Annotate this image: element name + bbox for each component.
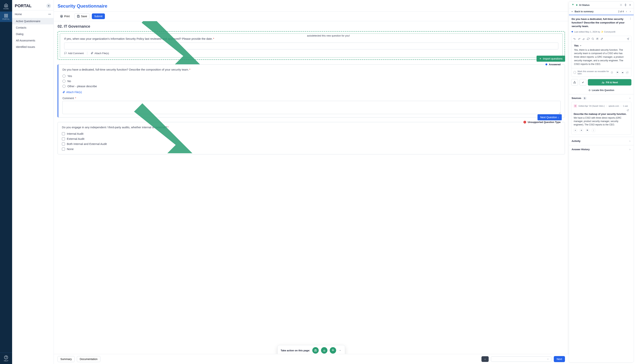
page-select[interactable] [491,356,551,362]
add-comment-button[interactable]: Add Comment [64,52,84,55]
content-scroll[interactable]: 02. IT Governance autodetected this new … [54,21,569,364]
share-icon[interactable] [627,38,629,40]
chevron-left-icon[interactable] [625,10,627,13]
submit-button[interactable]: Submit [92,14,105,19]
save-button[interactable]: Save [75,14,90,19]
users-icon[interactable] [596,38,599,40]
chevron-down-icon [629,97,631,99]
svg-rect-0 [5,14,6,15]
pill-ai-button[interactable] [330,347,336,354]
thumbs-up-button[interactable] [621,70,624,74]
checkbox-none[interactable]: None [62,146,560,152]
pin-icon [48,5,50,7]
bottom-bar: Summary Documentation ‹ Next [54,354,569,364]
locate-question-button[interactable]: Locate this Question [569,88,634,94]
ai-sparkle-icon [571,3,575,6]
move-icon[interactable] [624,4,627,6]
next-question-button[interactable]: Next Question ↓ [537,114,562,120]
print-button[interactable]: Print [58,14,72,19]
radio-option-no[interactable]: No [63,78,560,84]
source-thumbs-down-button[interactable] [586,129,589,132]
checkbox-internal-audit[interactable]: Internal Audit [62,131,560,136]
close-icon[interactable] [629,4,631,6]
comment-textarea[interactable] [63,101,560,114]
undo-icon[interactable] [573,38,576,40]
reusable-checkbox[interactable] [574,71,576,74]
help-icon [4,355,8,360]
rail-home-label: HOME [4,8,9,10]
radio-option-other[interactable]: Other - please describe [63,84,560,89]
svg-point-14 [630,18,631,19]
sidenav-title: PORTAL [15,4,32,8]
sources-section-header[interactable]: Sources 1 [569,94,634,102]
next-button[interactable]: Next [554,356,565,362]
thumbs-down-button[interactable] [616,70,619,74]
left-rail: HOME PORTAL HELP [0,0,12,364]
sidenav-item-contacts[interactable]: Contacts [12,24,54,31]
chevron-right-icon[interactable] [629,10,631,13]
approve-button[interactable] [579,79,586,86]
checkbox-both-audit[interactable]: Both Internal and External Audit [62,141,560,146]
meta-dot-icon [571,31,573,32]
rail-portal[interactable]: PORTAL [0,12,12,22]
status-dot-icon [576,4,577,6]
attach-files-link[interactable]: Attach File(s) [63,90,82,94]
source-add-button[interactable] [574,129,577,132]
camera-icon [314,349,317,352]
minimize-icon[interactable] [620,4,622,6]
page-title: Security Questionnaire [58,4,565,9]
rail-help[interactable]: HELP [0,353,12,364]
summary-button[interactable]: Summary [58,356,75,362]
erase-icon[interactable] [582,38,585,40]
history-icon [574,104,577,108]
collapse-icon [48,14,51,14]
help-tooltip-icon[interactable]: ? [611,71,613,74]
redo-icon[interactable] [578,38,580,40]
wand-icon[interactable] [600,38,603,40]
sidenav-item-active-questionnaire[interactable]: Active Questionnaire [12,18,54,24]
checkbox-icon [62,137,65,140]
pill-camera-button[interactable] [312,347,319,354]
take-action-label: Take action on this page: [281,349,310,352]
answer-input[interactable] [64,42,558,50]
sidenav-item-identified-issues[interactable]: Identified Issues [12,44,54,50]
pin-button[interactable] [46,4,51,8]
back-to-summary-button[interactable]: Back to summary [571,10,593,13]
comment-label: Comment * [63,97,560,100]
sidenav-section-home[interactable]: Home [12,10,54,18]
sidenav-item-all-assessments[interactable]: All Assessments [12,37,54,44]
documentation-button[interactable]: Documentation [77,356,100,362]
pill-fill-button[interactable] [321,347,328,354]
svg-rect-11 [314,350,317,352]
answer-history-section[interactable]: Answer History [569,145,634,154]
more-menu-button[interactable] [629,18,632,21]
attach-files-button[interactable]: Attach File(s) [91,52,109,55]
prev-page-button[interactable]: ‹ [481,356,489,362]
source-more-button[interactable] [592,129,595,132]
pill-dropdown[interactable] [339,349,342,352]
external-link-icon[interactable] [627,109,629,111]
ai-status-label: AI Status [579,4,589,6]
side-nav: PORTAL Home Active Questionnaire Contact… [12,0,54,364]
answered-badge: Answered [544,63,562,66]
regenerate-button[interactable] [625,70,629,74]
activity-section[interactable]: Activity [569,137,634,145]
source-star-button[interactable] [580,129,583,132]
rail-home[interactable]: HOME [0,1,12,12]
save-icon [77,15,80,18]
pager-label: 2 of 4 [618,10,624,13]
sidenav-item-dialog[interactable]: Dialog [12,31,54,37]
rail-portal-label: PORTAL [3,18,10,20]
search-icon[interactable] [591,38,594,40]
checkbox-external-audit[interactable]: External Audit [62,136,560,141]
radio-option-yes[interactable]: Yes [63,74,560,78]
fill-and-next-button[interactable]: Fill & Next [588,79,631,86]
sidenav-section-label: Home [15,13,22,16]
refresh-icon[interactable] [587,38,589,40]
sparkle-icon [332,349,335,352]
autodetect-note: autodetected this new question for you! [307,34,350,37]
import-questions-button[interactable]: Import questions [536,56,565,62]
answer-select[interactable]: Yes [574,44,582,47]
plus-icon [574,130,576,131]
flag-button[interactable] [571,79,578,86]
